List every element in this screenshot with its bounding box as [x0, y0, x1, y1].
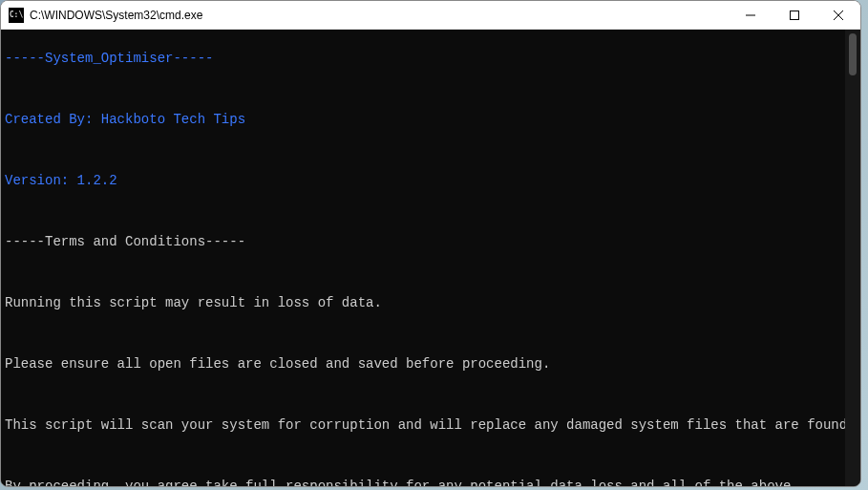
- maximize-button[interactable]: [773, 1, 816, 29]
- tc-line: Running this script may result in loss o…: [5, 295, 841, 310]
- blank-line: [5, 203, 841, 219]
- header-line: -----System_Optimiser-----: [5, 51, 841, 66]
- minimize-icon: [746, 11, 755, 20]
- blank-line: [5, 265, 841, 280]
- blank-line: [5, 81, 841, 96]
- terminal-output[interactable]: -----System_Optimiser----- Created By: H…: [1, 30, 845, 487]
- close-icon: [834, 11, 843, 20]
- tc-line: Please ensure all open files are closed …: [5, 356, 841, 372]
- close-button[interactable]: [816, 1, 860, 29]
- cmd-window: C:\ C:\WINDOWS\System32\cmd.exe -----Sys…: [0, 0, 861, 487]
- author-line: Created By: Hackboto Tech Tips: [5, 112, 841, 127]
- version-line: Version: 1.2.2: [5, 173, 841, 188]
- titlebar[interactable]: C:\ C:\WINDOWS\System32\cmd.exe: [1, 1, 860, 30]
- blank-line: [5, 448, 841, 463]
- window-title: C:\WINDOWS\System32\cmd.exe: [30, 9, 729, 22]
- maximize-icon: [790, 11, 799, 20]
- terminal-area: -----System_Optimiser----- Created By: H…: [1, 30, 860, 487]
- blank-line: [5, 387, 841, 402]
- tc-header-line: -----Terms and Conditions-----: [5, 234, 841, 249]
- minimize-button[interactable]: [729, 1, 773, 29]
- window-controls: [729, 1, 860, 29]
- tc-line: This script will scan your system for co…: [5, 417, 841, 433]
- tc-line: By proceeding, you agree take full respo…: [5, 479, 841, 487]
- blank-line: [5, 326, 841, 341]
- cmd-icon: C:\: [9, 8, 24, 23]
- scrollbar[interactable]: [845, 30, 860, 487]
- scrollbar-thumb[interactable]: [849, 33, 857, 75]
- blank-line: [5, 142, 841, 158]
- svg-rect-1: [791, 11, 799, 19]
